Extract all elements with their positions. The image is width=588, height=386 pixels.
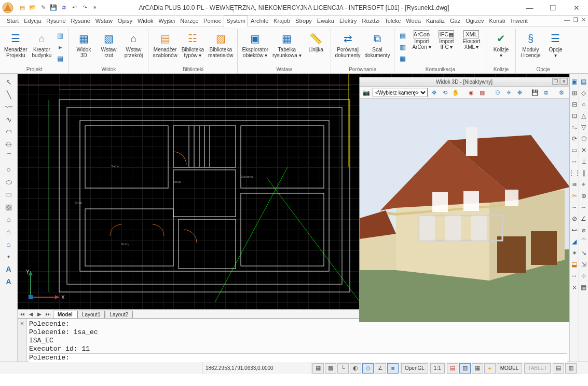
tool-hatch-icon[interactable]: ▨ (3, 202, 15, 212)
tool-polyline-icon[interactable]: 〰 (3, 102, 15, 112)
ribbon-item-wstaw-przekroj[interactable]: ⌂ Wstaw przekrój (121, 29, 146, 59)
customize-icon[interactable]: ✎ (38, 3, 48, 12)
tab-kanalizacja[interactable]: Kanaliz (423, 16, 447, 26)
status-renderer[interactable]: OpenGL (401, 363, 428, 374)
save-icon[interactable]: 💾 (49, 3, 58, 12)
r2-dim-arc-icon[interactable]: ⌒ (580, 237, 588, 246)
p3d-style1-icon[interactable]: ◉ (467, 88, 476, 97)
sheet-tab-layout1[interactable]: Layout1 (77, 311, 105, 318)
tool-house-icon[interactable]: ⌂ (3, 227, 15, 237)
tool-circle-icon[interactable]: ○ (3, 164, 15, 175)
panel3d-viewport[interactable] (360, 99, 569, 322)
tab-inwentaryzacja[interactable]: Inwent (508, 16, 530, 26)
r1-icon-rotate[interactable]: ⟳ (570, 134, 579, 143)
r2-icon-1[interactable]: ▤ (580, 77, 588, 86)
tool-rect-icon[interactable]: ▭ (3, 189, 15, 199)
cmd-close-icon[interactable]: × (18, 319, 27, 362)
p3d-camera-add-icon[interactable]: 📷 (362, 88, 371, 97)
r2-dim-lin-icon[interactable]: ↔ (580, 203, 588, 212)
close-button[interactable]: ✕ (565, 0, 588, 16)
ribbon-item-opcje[interactable]: ☰ Opcje ▾ (543, 29, 568, 59)
r1-icon-mirror[interactable]: ⇋ (570, 123, 579, 132)
p3d-walk-icon[interactable]: ⚇ (493, 88, 502, 97)
status-btn-polar[interactable]: ◐ (350, 363, 361, 374)
mdi-minimize-icon[interactable]: — (564, 17, 570, 23)
minimize-button[interactable]: — (518, 0, 541, 16)
p3d-pan-icon[interactable]: ✋ (451, 88, 460, 97)
tab-wyjscia[interactable]: Wyjści (156, 16, 178, 26)
p3d-target-icon[interactable]: ✥ (515, 88, 524, 97)
ribbon-item-wstaw-rzut[interactable]: ▧ Wstaw rzut (96, 29, 121, 59)
ribbon-item-linijka[interactable]: 📏 Linijka (304, 29, 329, 59)
status-btn-osnap[interactable]: ◇ (362, 363, 374, 374)
tab-gaz[interactable]: Gaz (447, 16, 463, 26)
r1-icon-2[interactable]: ⊞ (570, 88, 579, 98)
tab-widok[interactable]: Widok (135, 16, 156, 26)
r1-icon-measure[interactable]: ↔ (570, 271, 579, 281)
r1-icon-array[interactable]: ⋮⋮ (570, 168, 579, 178)
status-btn-ortho[interactable]: └ (337, 363, 349, 374)
r1-icon-erase[interactable]: ⨯ (570, 283, 579, 292)
redo-icon[interactable]: ↷ (80, 3, 89, 12)
tab-telekom[interactable]: Telekc (382, 16, 403, 26)
small-export-icon[interactable]: ▤ (398, 30, 408, 41)
status-btn-a[interactable]: ▤ (447, 363, 458, 374)
r2-icon-snap10[interactable]: ⊕ (580, 191, 588, 201)
ribbon-item-eksport-xml[interactable]: XML Eksport XML ▾ (459, 29, 484, 64)
r2-leader-icon[interactable]: ↘ (580, 248, 588, 258)
sheet-tab-model[interactable]: Model (53, 311, 77, 318)
ribbon-item-kreator-budynku[interactable]: ⌂ Kreator budynku (29, 29, 54, 64)
panel3d-close-icon[interactable]: ✕ (560, 78, 568, 85)
r2-icon-snap8[interactable]: ∥ (580, 168, 588, 178)
r1-icon-4[interactable]: ⊡ (570, 111, 579, 121)
status-btn-lwt[interactable]: ≡ (387, 363, 399, 374)
mdi-close-icon[interactable]: ✕ (581, 17, 586, 23)
tab-rozdzielnice[interactable]: Rozdzi (360, 16, 382, 26)
r2-dim-rad-icon[interactable]: ⌀ (580, 225, 588, 235)
r1-icon-break[interactable]: ⊘ (570, 214, 579, 223)
r1-icon-offset[interactable]: ≋ (570, 180, 579, 189)
r1-icon-extend[interactable]: → (570, 203, 579, 212)
panel3d-restore-icon[interactable]: ❐ (552, 78, 559, 85)
status-btn-f[interactable]: ▥ (565, 363, 577, 374)
tool-home-icon[interactable]: ⌂ (3, 214, 15, 224)
ribbon-item-biblioteka-typow[interactable]: ☷ Biblioteka typów ▾ (180, 29, 206, 59)
ribbon-item-eksplorator-obiektow[interactable]: ▣ Eksplorator obiektów ▾ (240, 29, 270, 59)
p3d-orbit-icon[interactable]: ⟲ (440, 88, 449, 97)
tab-architektura[interactable]: Archite (248, 16, 271, 26)
status-btn-c[interactable]: ▦ (472, 363, 483, 374)
status-tablet[interactable]: TABLET (524, 363, 551, 374)
sheet-nav-next-icon[interactable]: ▶ (35, 311, 44, 317)
p3d-save-icon[interactable]: 💾 (530, 88, 540, 97)
tool-arc2-icon[interactable]: ⦵ (3, 139, 15, 150)
p3d-copy-icon[interactable]: ⧉ (541, 88, 551, 97)
mdi-restore-icon[interactable]: ❐ (573, 17, 578, 23)
qat-dropdown-icon[interactable]: ▾ (90, 3, 100, 12)
tab-rysunek1[interactable]: Rysune (44, 16, 68, 26)
sheet-tab-layout2[interactable]: Layout2 (105, 311, 133, 318)
tab-ewakuacja[interactable]: Ewaku (314, 16, 337, 26)
r1-icon-scale[interactable]: ▭ (570, 145, 579, 155)
maximize-button[interactable]: ☐ (541, 0, 565, 16)
tool-spline-icon[interactable]: ∿ (3, 114, 15, 125)
small-import-icon[interactable]: ▥ (398, 42, 408, 52)
tool-ellipse-icon[interactable]: ⬭ (3, 177, 15, 187)
ribbon-item-menadzer-szablonow[interactable]: ▤ Menadżer szablonów (151, 29, 179, 59)
sheet-nav-first-icon[interactable]: ⏮ (18, 311, 27, 317)
tab-narzedzia[interactable]: Narzęc (177, 16, 201, 26)
r2-dim-ang-icon[interactable]: ∠ (580, 214, 588, 223)
r1-icon-trim[interactable]: ✂ (570, 191, 579, 201)
r1-icon-explode[interactable]: ✶ (570, 248, 579, 258)
tool-text1-icon[interactable]: A (3, 264, 15, 274)
sheet-nav-prev-icon[interactable]: ◀ (27, 311, 35, 317)
tab-rysunek2[interactable]: Rysune (69, 16, 93, 26)
small-sync-icon[interactable]: ▦ (398, 53, 408, 63)
tab-woda[interactable]: Woda (403, 16, 423, 26)
ribbon-item-widok3d[interactable]: ▦ Widok 3D (71, 29, 96, 59)
r2-icon-snap5[interactable]: ⬡ (580, 134, 588, 143)
tab-konstrukcja[interactable]: Konstr (487, 16, 509, 26)
r2-icon-snap6[interactable]: ✕ (580, 145, 588, 155)
status-model[interactable]: MODEL (497, 363, 523, 374)
status-btn-snap[interactable]: ▦ (312, 363, 324, 374)
tab-elektryka[interactable]: Elektry (337, 16, 360, 26)
